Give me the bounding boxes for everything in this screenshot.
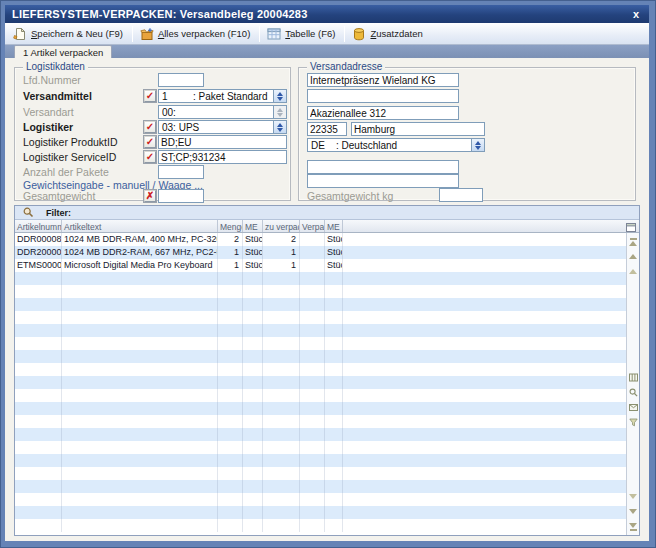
tab-artikel-verpacken[interactable]: 1 Artikel verpacken	[14, 45, 112, 58]
combo-arrows-icon[interactable]	[273, 121, 286, 133]
empty-row	[15, 298, 626, 311]
combo-arrows-icon[interactable]	[471, 139, 484, 151]
address-extra1-field[interactable]	[307, 160, 459, 174]
empty-cell	[218, 272, 243, 285]
gesamtgewicht-kg-field[interactable]	[439, 188, 483, 202]
save-and-new-button[interactable]: Speichern & Neu (F9)	[9, 24, 129, 44]
column-chooser-icon[interactable]	[624, 220, 638, 232]
empty-cell	[62, 506, 218, 519]
empty-cell	[62, 376, 218, 389]
empty-cell	[343, 285, 626, 298]
check-flag-icon[interactable]: ✓	[144, 121, 156, 133]
empty-cell	[62, 363, 218, 376]
serviceid-label: Logistiker ServiceID	[23, 151, 116, 163]
close-button[interactable]: x	[630, 7, 642, 21]
empty-cell	[62, 272, 218, 285]
versandadresse-caption: Versandadresse	[307, 61, 385, 72]
col-verpackt[interactable]: Verpackt	[300, 220, 325, 232]
check-flag-icon[interactable]: ✓	[144, 136, 156, 148]
table-row[interactable]: DDR00008 1024 MB DDR-RAM, 400 MHz, PC-32…	[15, 233, 626, 246]
empty-cell	[62, 415, 218, 428]
empty-cell	[15, 519, 62, 532]
empty-cell	[343, 506, 626, 519]
cell-artikeltext: 1024 MB DDR-RAM, 400 MHz, PC-3200, Elixi…	[62, 233, 218, 246]
scroll-bottom-icon[interactable]	[629, 522, 638, 531]
empty-cell	[243, 363, 263, 376]
page-up-icon[interactable]	[629, 267, 638, 276]
table-row[interactable]: ETMS00003 Microsoft Digital Media Pro Ke…	[15, 259, 626, 272]
col-menge[interactable]: Menge	[218, 220, 243, 232]
empty-cell	[62, 493, 218, 506]
cell-menge: 1	[218, 246, 243, 259]
empty-cell	[243, 454, 263, 467]
empty-cell	[15, 506, 62, 519]
cross-flag-icon[interactable]: ✗	[144, 190, 156, 202]
empty-row	[15, 454, 626, 467]
col-artikeltext[interactable]: Artikeltext	[62, 220, 218, 232]
empty-cell	[300, 480, 325, 493]
pack-all-button[interactable]: Alles verpacken (F10)	[136, 24, 256, 44]
additional-data-button[interactable]: Zusatzdaten	[348, 24, 428, 44]
gesamtgewicht-field[interactable]	[158, 189, 204, 203]
pack-all-label: Alles verpacken (F10)	[158, 28, 250, 39]
col-me[interactable]: ME	[243, 220, 263, 232]
table-view-button[interactable]: Tabelle (F6)	[263, 24, 341, 44]
check-flag-icon[interactable]: ✓	[144, 90, 156, 102]
col-me2[interactable]: ME	[325, 220, 343, 232]
cell-me: Stück	[243, 246, 263, 259]
scroll-top-icon[interactable]	[629, 237, 638, 246]
empty-cell	[263, 337, 300, 350]
title-bar: LIEFERSYSTEM-VERPACKEN: Versandbeleg 200…	[5, 5, 649, 23]
logistikdaten-caption: Logistikdaten	[23, 61, 88, 72]
country-combo[interactable]: DE : Deutschland	[307, 138, 485, 152]
address-extra2-field[interactable]	[307, 174, 459, 188]
address-name2-field[interactable]	[307, 89, 459, 103]
cell-me2: Stück	[325, 259, 343, 272]
serviceid-field[interactable]	[158, 150, 287, 164]
empty-cell	[243, 493, 263, 506]
empty-row	[15, 506, 626, 519]
app-window: LIEFERSYSTEM-VERPACKEN: Versandbeleg 200…	[0, 0, 656, 548]
address-name1-field[interactable]	[307, 73, 459, 87]
versandmittel-combo[interactable]: 1 : Paket Standard	[158, 89, 287, 103]
scroll-up-icon[interactable]	[629, 252, 638, 261]
empty-cell	[15, 285, 62, 298]
address-street-field[interactable]	[307, 106, 459, 120]
export-icon[interactable]	[629, 403, 638, 412]
table-row[interactable]: DDR200008 1024 MB DDR2-RAM, 667 MHz, PC2…	[15, 246, 626, 259]
lfd-nummer-field[interactable]	[158, 73, 204, 87]
search-icon[interactable]	[629, 388, 638, 397]
filter-search-icon[interactable]	[23, 207, 34, 218]
empty-cell	[218, 415, 243, 428]
empty-cell	[325, 428, 343, 441]
empty-row	[15, 428, 626, 441]
logistiker-value: 03: UPS	[159, 122, 199, 133]
empty-cell	[62, 467, 218, 480]
database-cylinder-icon	[352, 27, 366, 41]
filter-icon[interactable]	[629, 418, 638, 427]
empty-cell	[263, 415, 300, 428]
anzahl-pakete-field[interactable]	[158, 165, 204, 179]
address-zip-field[interactable]	[307, 122, 347, 136]
cell-zu-verpacken: 1	[263, 259, 300, 272]
col-artikelnummer[interactable]: Artikelnummer	[15, 220, 62, 232]
scroll-down-icon[interactable]	[629, 507, 638, 516]
logistiker-combo[interactable]: 03: UPS	[158, 120, 287, 134]
toolbar: Speichern & Neu (F9) Alles verpacken (F1…	[5, 23, 649, 45]
empty-cell	[263, 428, 300, 441]
empty-cell	[243, 389, 263, 402]
empty-cell	[243, 506, 263, 519]
empty-cell	[243, 350, 263, 363]
col-zu-verpacken[interactable]: zu verpacke	[263, 220, 300, 232]
check-flag-icon[interactable]: ✓	[144, 151, 156, 163]
address-city-field[interactable]	[351, 122, 485, 136]
empty-cell	[218, 311, 243, 324]
columns-icon[interactable]	[629, 373, 638, 382]
combo-arrows-icon[interactable]	[273, 90, 286, 102]
empty-row	[15, 480, 626, 493]
page-down-icon[interactable]	[629, 492, 638, 501]
empty-cell	[243, 324, 263, 337]
empty-cell	[62, 285, 218, 298]
package-icon	[140, 27, 154, 41]
produktid-field[interactable]	[158, 135, 287, 149]
